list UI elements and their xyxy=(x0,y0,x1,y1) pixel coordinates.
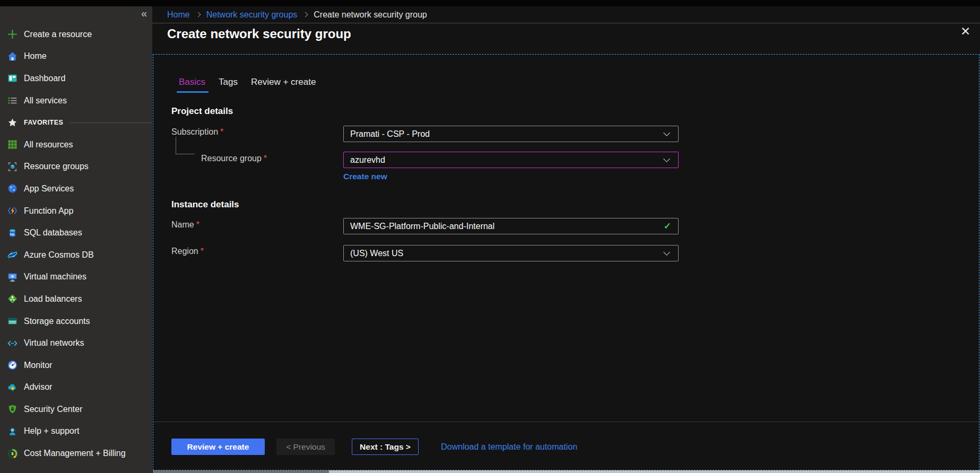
sidebar-item-label: Function App xyxy=(24,206,73,216)
chevron-down-icon xyxy=(663,129,670,136)
sidebar-section-favorites: FAVORITES xyxy=(0,111,152,134)
horizontal-scrollbar-track[interactable] xyxy=(153,470,980,473)
horizontal-scrollbar-thumb[interactable] xyxy=(329,470,980,473)
valid-check-icon: ✓ xyxy=(664,221,671,232)
sidebar-item-label: Resource groups xyxy=(24,162,89,171)
sidebar-item-all-resources[interactable]: All resources xyxy=(0,134,152,156)
all-resources-grid-icon xyxy=(7,139,18,150)
region-value: (US) West US xyxy=(350,249,403,258)
tab-basics[interactable]: Basics xyxy=(178,77,206,93)
breadcrumb-current: Create network security group xyxy=(314,10,427,20)
sidebar-item-label: SQL databases xyxy=(24,228,82,238)
create-new-link[interactable]: Create new xyxy=(343,172,387,181)
active-tab-underline xyxy=(177,91,209,93)
review-create-button[interactable]: Review + create xyxy=(171,439,265,455)
sidebar-item-sql-databases[interactable]: SQL SQL databases xyxy=(0,222,152,244)
sidebar-item-label: Cost Management + Billing xyxy=(24,449,126,458)
required-asterisk: * xyxy=(201,247,204,256)
chevron-right-icon xyxy=(303,12,308,17)
sidebar-item-label: Create a resource xyxy=(24,30,92,39)
top-bar xyxy=(0,0,980,6)
indent-connector-horizontal xyxy=(176,154,195,154)
download-template-link[interactable]: Download a template for automation xyxy=(441,442,577,452)
load-balancers-diamond-icon xyxy=(7,294,18,304)
cost-management-donut-icon: $ xyxy=(7,449,18,459)
sidebar-item-label: Security Center xyxy=(24,405,82,414)
sidebar-item-create-a-resource[interactable]: Create a resource xyxy=(0,23,152,46)
sidebar-item-cost-management-billing[interactable]: $ Cost Management + Billing xyxy=(0,442,152,465)
tab-bar: Basics Tags Review + create xyxy=(178,77,317,93)
advisor-cloud-icon xyxy=(7,382,18,392)
sidebar-item-all-services[interactable]: All services xyxy=(0,90,152,112)
footer-divider xyxy=(153,422,979,422)
sidebar-item-label: Home xyxy=(24,51,47,61)
azure-portal-screen: « Create a resource Home Dashboard xyxy=(0,0,980,473)
resource-group-dropdown[interactable]: azurevhd xyxy=(343,152,679,168)
sidebar-item-virtual-networks[interactable]: Virtual networks xyxy=(0,332,152,354)
sidebar-item-virtual-machines[interactable]: Virtual machines xyxy=(0,266,152,288)
svg-text:$: $ xyxy=(11,451,13,456)
dashboard-icon xyxy=(7,73,18,83)
close-icon[interactable]: ✕ xyxy=(960,24,970,39)
app-services-globe-icon xyxy=(7,183,18,194)
virtual-networks-icon xyxy=(7,338,18,348)
sidebar-item-help-support[interactable]: Help + support xyxy=(0,421,152,443)
next-tags-button[interactable]: Next : Tags > xyxy=(352,439,419,455)
sql-databases-icon: SQL xyxy=(7,228,18,238)
sidebar-item-label: Help + support xyxy=(24,426,80,436)
sidebar-item-azure-cosmos-db[interactable]: Azure Cosmos DB xyxy=(0,244,152,266)
sidebar-item-monitor[interactable]: Monitor xyxy=(0,354,152,376)
region-label: Region* xyxy=(171,247,204,256)
sidebar-item-home[interactable]: Home xyxy=(0,46,152,68)
all-services-list-icon xyxy=(7,95,18,106)
name-value: WME-SG-Platform-Public-and-Internal xyxy=(350,222,495,231)
sidebar-item-function-app[interactable]: Function App xyxy=(0,200,152,222)
sidebar-section-label: FAVORITES xyxy=(24,119,63,126)
tab-basics-label: Basics xyxy=(179,77,205,87)
chevron-down-icon xyxy=(663,155,670,162)
collapse-sidebar-icon[interactable]: « xyxy=(141,7,147,20)
favorites-divider xyxy=(70,122,152,123)
sidebar-item-label: All resources xyxy=(24,140,73,150)
previous-button[interactable]: < Previous xyxy=(276,439,335,455)
name-label: Name* xyxy=(171,220,200,230)
cosmos-db-planet-icon xyxy=(7,250,18,260)
subscription-value: Pramati - CSP - Prod xyxy=(350,129,430,139)
sidebar: « Create a resource Home Dashboard xyxy=(0,6,152,473)
favorites-star-icon xyxy=(7,118,18,128)
sidebar-item-label: Dashboard xyxy=(24,74,65,83)
section-heading-project-details: Project details xyxy=(171,106,233,117)
sidebar-item-storage-accounts[interactable]: Storage accounts xyxy=(0,310,152,332)
resource-group-value: azurevhd xyxy=(350,155,385,165)
sidebar-item-load-balancers[interactable]: Load balancers xyxy=(0,288,152,310)
sidebar-item-label: Monitor xyxy=(24,361,52,370)
header-divider xyxy=(152,23,980,23)
sidebar-item-label: Virtual machines xyxy=(24,272,86,282)
breadcrumb-network-security-groups-link[interactable]: Network security groups xyxy=(206,10,298,20)
subscription-label: Subscription* xyxy=(171,127,223,137)
sidebar-item-label: Advisor xyxy=(24,382,52,392)
sidebar-item-label: Storage accounts xyxy=(24,317,90,326)
security-center-shield-icon xyxy=(7,404,18,414)
name-input[interactable]: WME-SG-Platform-Public-and-Internal ✓ xyxy=(343,218,679,234)
home-icon xyxy=(7,51,18,62)
storage-accounts-icon xyxy=(7,316,18,326)
create-resource-plus-icon xyxy=(7,29,18,39)
breadcrumb-home-link[interactable]: Home xyxy=(167,10,190,20)
sidebar-item-dashboard[interactable]: Dashboard xyxy=(0,67,152,90)
region-dropdown[interactable]: (US) West US xyxy=(343,245,679,261)
sidebar-item-app-services[interactable]: App Services xyxy=(0,178,152,200)
chevron-right-icon xyxy=(195,12,201,17)
sidebar-item-advisor[interactable]: Advisor xyxy=(0,376,152,399)
tab-tags[interactable]: Tags xyxy=(218,77,239,93)
sidebar-item-resource-groups[interactable]: Resource groups xyxy=(0,156,152,178)
required-asterisk: * xyxy=(264,154,267,163)
tab-review-create[interactable]: Review + create xyxy=(250,77,317,93)
required-asterisk: * xyxy=(220,127,223,136)
sidebar-item-security-center[interactable]: Security Center xyxy=(0,398,152,421)
function-app-lightning-icon xyxy=(7,206,18,216)
subscription-dropdown[interactable]: Pramati - CSP - Prod xyxy=(343,126,679,142)
required-asterisk: * xyxy=(196,220,200,229)
sidebar-item-label: App Services xyxy=(24,184,74,194)
page-title: Create network security group xyxy=(167,27,351,41)
